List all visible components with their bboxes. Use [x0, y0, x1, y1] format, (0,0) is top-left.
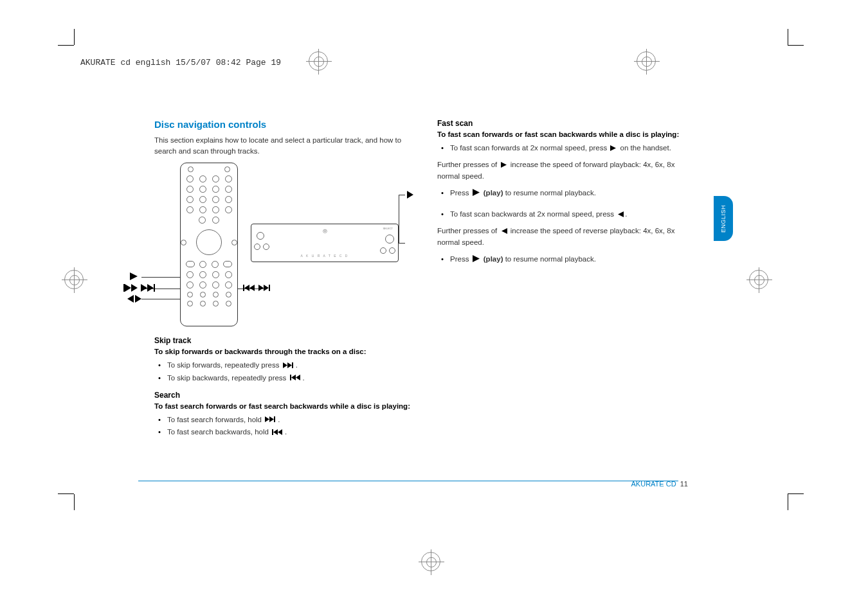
svg-marker-5 [141, 284, 147, 292]
fast-list-1: To fast scan forwards at 2x normal speed… [437, 142, 694, 154]
play-icon [473, 188, 480, 199]
svg-marker-16 [407, 191, 413, 199]
list-item: To fast scan forwards at 2x normal speed… [450, 142, 694, 154]
play-icon [610, 143, 617, 154]
page-title: Disc navigation controls [154, 119, 411, 130]
list-item: To skip forwards, repeatedly press . [167, 359, 411, 371]
deck-brand-label: A K U R A T E C D [301, 254, 349, 258]
remote-outline [180, 163, 238, 326]
crop-mark [58, 493, 74, 494]
svg-marker-8 [127, 295, 134, 303]
crop-mark [74, 29, 75, 45]
language-tab: ENGLISH [714, 196, 733, 241]
skip-forward-icon [265, 414, 276, 425]
left-right-icon [127, 295, 141, 305]
skip-list: To skip forwards, repeatedly press . To … [154, 359, 411, 384]
remote-and-deck-diagram: ◎ A K U R A T E C D SELECT [141, 163, 399, 330]
skip-forward-icon [141, 284, 156, 294]
svg-marker-32 [618, 211, 624, 217]
skip-instruction: To skip forwards or backwards through th… [154, 348, 411, 355]
fast-list-2: Press (play) to resume normal playback. [437, 187, 694, 199]
right-column: Fast scan To fast scan forwards or fast … [437, 119, 694, 443]
skip-heading: Skip track [154, 336, 411, 345]
register-mark [421, 552, 440, 571]
search-list: To fast search forwards, hold . To fast … [154, 414, 411, 438]
search-instruction: To fast search forwards or fast search b… [154, 402, 411, 410]
svg-marker-0 [130, 272, 138, 280]
reverse-icon [501, 226, 507, 237]
svg-marker-14 [264, 285, 269, 291]
svg-marker-22 [296, 375, 300, 380]
svg-rect-19 [292, 362, 293, 368]
svg-rect-10 [243, 285, 244, 291]
search-heading: Search [154, 391, 411, 400]
play-icon [473, 254, 480, 265]
left-column: Disc navigation controls This section ex… [154, 119, 411, 443]
svg-marker-33 [502, 228, 507, 234]
svg-marker-30 [501, 162, 507, 168]
list-item: To fast search backwards, hold . [167, 426, 411, 438]
crop-mark [58, 45, 74, 46]
footer-page-number: 11 [680, 480, 688, 488]
play-icon [407, 191, 415, 200]
svg-marker-13 [258, 285, 264, 291]
register-mark [749, 270, 768, 289]
play-icon [130, 272, 139, 282]
svg-marker-23 [265, 416, 269, 422]
reverse-icon [617, 209, 624, 220]
svg-rect-26 [272, 429, 273, 435]
svg-marker-17 [283, 362, 287, 368]
play-icon [501, 160, 507, 171]
footer: AKURATE CD 11 [631, 480, 688, 488]
svg-marker-34 [473, 255, 480, 262]
svg-marker-31 [473, 189, 480, 196]
list-item: To fast search forwards, hold . [167, 414, 411, 426]
crop-mark [788, 494, 788, 510]
svg-marker-11 [244, 285, 249, 291]
skip-back-icon [272, 427, 284, 438]
skip-forward-icon [283, 360, 294, 371]
svg-rect-7 [154, 284, 155, 292]
register-mark [309, 51, 328, 71]
crop-mark [74, 494, 75, 510]
footer-brand: AKURATE CD [631, 480, 676, 488]
paragraph: Further presses of increase the speed of… [437, 159, 694, 182]
intro-text: This section explains how to locate and … [154, 135, 411, 156]
svg-marker-3 [125, 284, 131, 292]
paragraph: Further presses of increase the speed of… [437, 226, 694, 248]
register-mark [64, 270, 84, 289]
svg-rect-25 [274, 416, 275, 422]
svg-marker-4 [131, 284, 138, 292]
svg-rect-1 [123, 284, 125, 292]
cd-deck-outline: ◎ A K U R A T E C D SELECT [251, 224, 399, 262]
crop-mark [788, 45, 804, 46]
svg-marker-18 [287, 362, 292, 368]
svg-marker-9 [135, 295, 141, 303]
svg-marker-6 [147, 284, 154, 292]
prepress-header: AKURATE cd english 15/5/07 08:42 Page 19 [80, 58, 281, 67]
list-item: To fast scan backwards at 2x normal spee… [450, 208, 694, 220]
list-item: Press (play) to resume normal playback. [450, 253, 694, 265]
svg-marker-21 [291, 375, 296, 380]
skip-back-icon [243, 284, 256, 293]
svg-rect-15 [269, 285, 270, 291]
svg-rect-20 [290, 375, 291, 380]
fast-list-4: Press (play) to resume normal playback. [437, 253, 694, 265]
svg-marker-24 [269, 416, 274, 422]
skip-back-icon [290, 372, 302, 384]
svg-marker-29 [610, 145, 616, 151]
skip-forward-icon [258, 284, 271, 293]
crop-mark [788, 493, 804, 494]
svg-marker-12 [249, 285, 255, 291]
svg-marker-28 [278, 429, 282, 435]
skip-back-icon [123, 284, 139, 294]
list-item: To skip backwards, repeatedly press . [167, 372, 411, 384]
footer-rule [138, 481, 678, 481]
register-mark [637, 51, 656, 71]
fast-list-3: To fast scan backwards at 2x normal spee… [437, 208, 694, 220]
fast-scan-instruction: To fast scan forwards or fast scan backw… [437, 130, 694, 138]
page-content: Disc navigation controls This section ex… [154, 119, 714, 443]
fast-scan-heading: Fast scan [437, 119, 694, 128]
svg-marker-27 [273, 429, 278, 435]
crop-mark [788, 29, 788, 45]
